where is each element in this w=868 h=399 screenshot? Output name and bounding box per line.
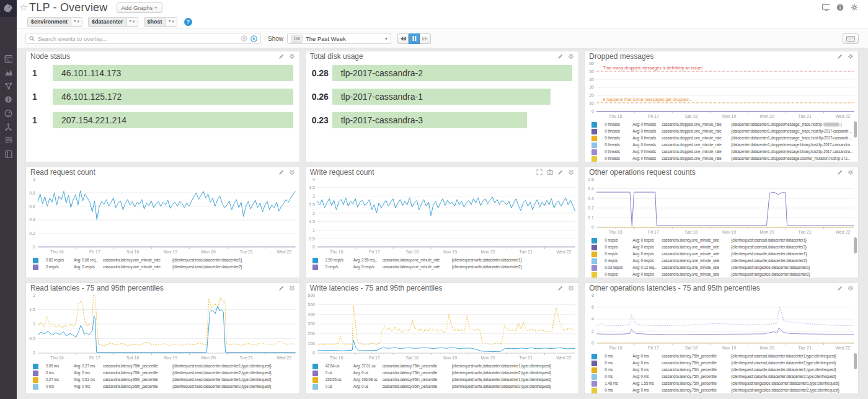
timeseries-chart[interactable]: 0100200300400500600Thu 16Fri 17Sat 18Nov… <box>306 293 579 361</box>
legend-row[interactable]: 2.59 reqs/sAvg: 2.58 req...cassandra.lat… <box>312 256 577 263</box>
gear-icon[interactable] <box>568 285 574 291</box>
legend-row[interactable]: 0 threadsAvg: 0 threadscassandra.dropped… <box>591 155 856 162</box>
toplist-bar[interactable]: 207.154.221.214 <box>53 112 293 128</box>
event-overlay-icon[interactable] <box>250 35 257 42</box>
legend-row[interactable]: 42.84 usAvg: 37.01 uscassandra.latency.7… <box>312 362 577 369</box>
add-graphs-button[interactable]: Add Graphs + <box>117 2 163 13</box>
sidebar-item-infrastructure[interactable] <box>0 120 17 133</box>
legend-row[interactable]: 0.05 msAvg: 0.27 mscassandra.latency.75t… <box>33 362 297 369</box>
timeseries-chart[interactable]: 0102030405060Thu 16Fri 17Sat 18Nov 19Mon… <box>585 61 858 120</box>
legend-row[interactable]: 0 threadsAvg: 0 threadscassandra.dropped… <box>591 141 856 148</box>
dashboards-icon[interactable] <box>4 109 12 117</box>
gear-icon[interactable] <box>568 53 574 59</box>
legend-row[interactable]: 0 msAvg: 0 mscassandra.latency.75th_perc… <box>591 366 856 373</box>
legend-row[interactable]: 0 threadsAvg: 0 threadscassandra.dropped… <box>591 128 856 134</box>
pencil-icon[interactable] <box>557 53 564 59</box>
gear-icon[interactable] <box>848 53 854 59</box>
pencil-icon[interactable] <box>278 169 285 175</box>
template-var-environment[interactable]: $environment* ▾ <box>27 17 82 27</box>
pencil-icon[interactable] <box>278 53 285 59</box>
sidebar-item-notebooks[interactable] <box>0 147 17 160</box>
keyboard-shortcuts-button[interactable] <box>843 33 859 44</box>
expand-icon[interactable] <box>536 169 542 175</box>
legend-row[interactable]: 0.27 msAvg: 0.51 mscassandra.latency.95t… <box>33 376 297 383</box>
toplist-bar[interactable]: tlp-2017-cassandra-3 <box>332 112 527 128</box>
legend-row[interactable]: 0 msAvg: 0 mscassandra.latency.75th_perc… <box>33 369 297 376</box>
toplist-bar[interactable]: 46.101.125.172 <box>53 89 293 105</box>
graphing-icon[interactable] <box>4 82 12 90</box>
gear-icon[interactable] <box>568 53 574 59</box>
legend-row[interactable]: 0 msAvg: 0 mscassandra.latency.75th_perc… <box>591 353 856 359</box>
gear-icon[interactable] <box>568 169 574 175</box>
gear-icon[interactable] <box>568 169 574 175</box>
gear-icon[interactable] <box>289 53 295 59</box>
sidebar-item-metrics[interactable] <box>0 65 17 79</box>
gear-icon[interactable] <box>848 53 854 59</box>
expand-icon[interactable] <box>536 169 542 175</box>
forward-button[interactable] <box>420 33 431 44</box>
pencil-icon[interactable] <box>278 53 285 59</box>
pause-button[interactable] <box>409 33 420 44</box>
legend-row[interactable]: 0 msAvg: 0 mscassandra.latency.75th_perc… <box>591 387 856 393</box>
gear-icon[interactable] <box>848 285 854 291</box>
timeseries-chart[interactable]: 02468Thu 16Fri 17Sat 18Nov 19Mon 20Tue 2… <box>585 293 858 351</box>
gear-icon[interactable] <box>289 53 295 59</box>
legend-scrollbar[interactable] <box>854 353 857 369</box>
toplist-bar[interactable]: tlp-2017-cassandra-1 <box>332 89 551 105</box>
template-var-host[interactable]: $host* ▾ <box>144 17 177 27</box>
legend-row[interactable]: 0 reqs/sAvg: 0 reqs/scassandra.latency.o… <box>591 237 856 243</box>
info-circle-icon[interactable] <box>836 4 844 11</box>
legend-row[interactable]: 0 usAvg: 0 uscassandra.latency.75th_perc… <box>312 369 577 376</box>
legend-row[interactable]: 0 threadsAvg: 0 threadscassandra.dropped… <box>591 134 856 141</box>
pencil-icon[interactable] <box>837 285 843 291</box>
time-range-select[interactable]: 1w The Past Week ▾ <box>287 33 391 44</box>
search-input[interactable] <box>38 35 238 42</box>
legend-row[interactable]: 0 msAvg: 0 mscassandra.latency.95th_perc… <box>33 383 297 390</box>
pencil-icon[interactable] <box>557 285 564 291</box>
legend-row[interactable]: 0 msAvg: 0 mscassandra.latency.75th_perc… <box>591 359 856 366</box>
info-icon[interactable] <box>4 95 12 103</box>
gear-icon[interactable] <box>289 285 295 291</box>
legend-row[interactable]: 0 reqs/sAvg: 0 reqs/scassandra.latency.o… <box>591 250 856 257</box>
rewind-button[interactable] <box>397 33 409 44</box>
display-icon[interactable] <box>822 4 830 11</box>
pencil-icon[interactable] <box>557 285 564 291</box>
camera-icon[interactable] <box>547 169 553 175</box>
legend-row[interactable]: 0 reqs/sAvg: 0 reqs/scassandra.latency.o… <box>591 271 856 278</box>
legend-row[interactable]: 0.82 reqs/sAvg: 0.66 req...cassandra.lat… <box>33 256 297 263</box>
legend-row[interactable]: 0 reqs/sAvg: 0 reqs/scassandra.latency.o… <box>312 263 577 270</box>
legend-row[interactable]: 0 reqs/sAvg: 0 reqs/scassandra.latency.o… <box>591 257 856 264</box>
legend-scrollbar[interactable] <box>854 121 857 138</box>
pencil-icon[interactable] <box>837 53 843 59</box>
sidebar-item-dashboards[interactable] <box>0 106 17 120</box>
toplist-bar[interactable]: tlp-2017-cassandra-2 <box>332 65 573 81</box>
legend-row[interactable]: 0 usAvg: 0 uscassandra.latency.95th_perc… <box>312 383 577 390</box>
pencil-icon[interactable] <box>557 53 564 59</box>
legend-row[interactable]: 0 threadsAvg: 0 threadscassandra.dropped… <box>591 121 856 128</box>
template-var-datacenter[interactable]: $datacenter* ▾ <box>88 17 138 27</box>
clear-search-icon[interactable] <box>241 35 247 42</box>
camera-icon[interactable] <box>547 169 553 175</box>
legend-row[interactable]: 0 threadsAvg: 0 threadscassandra.dropped… <box>591 148 856 155</box>
monitors-icon[interactable] <box>4 136 12 144</box>
datadog-logo[interactable] <box>0 0 17 17</box>
pencil-icon[interactable] <box>278 169 285 175</box>
gear-icon[interactable] <box>289 169 295 175</box>
toplist-bar[interactable]: 46.101.114.173 <box>53 65 293 81</box>
gear-button[interactable] <box>851 4 858 11</box>
legend-row[interactable]: 0.03 reqs/sAvg: 0.12 req...cassandra.lat… <box>591 264 856 271</box>
pencil-icon[interactable] <box>837 169 843 175</box>
pencil-icon[interactable] <box>278 285 285 291</box>
timeseries-chart[interactable]: 00.511.522.533.54Thu 16Fri 17Sat 18Nov 1… <box>306 177 579 255</box>
info-circle-button[interactable] <box>836 4 844 11</box>
pencil-icon[interactable] <box>278 285 285 291</box>
timeseries-chart[interactable]: 00.20.40.60.81Thu 16Fri 17Sat 18Nov 19Mo… <box>26 177 299 255</box>
gear-icon[interactable] <box>568 285 574 291</box>
pencil-icon[interactable] <box>837 285 843 291</box>
gear-icon[interactable] <box>848 285 854 291</box>
legend-scrollbar[interactable] <box>854 237 857 253</box>
pencil-icon[interactable] <box>557 169 564 175</box>
timeseries-chart[interactable]: 00.10.20.30.40.5Thu 16Fri 17Sat 18Nov 19… <box>585 177 858 235</box>
notebooks-icon[interactable] <box>4 150 12 158</box>
sidebar-item-info[interactable] <box>0 92 17 106</box>
